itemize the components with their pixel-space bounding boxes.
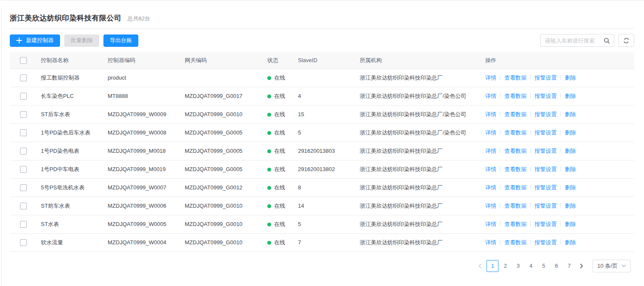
page-title: 浙江美欣达纺织印染科技有限公司 bbox=[10, 13, 122, 23]
online-status-dot bbox=[267, 113, 271, 117]
action-detail[interactable]: 详情 bbox=[485, 74, 496, 81]
table-row: 软水流量 MZDJQAT0999_W0004 MZDJQAT0999_G0010… bbox=[10, 233, 634, 252]
action-detail[interactable]: 详情 bbox=[485, 184, 496, 191]
batch-delete-button[interactable]: 批量删除 bbox=[64, 34, 99, 47]
action-delete[interactable]: 删除 bbox=[565, 166, 576, 172]
row-checkbox[interactable] bbox=[20, 148, 27, 154]
status-text: 在线 bbox=[274, 93, 285, 99]
next-page-button[interactable] bbox=[575, 260, 587, 272]
action-delete[interactable]: 删除 bbox=[565, 148, 576, 154]
row-checkbox[interactable] bbox=[20, 239, 27, 246]
prev-page-button[interactable] bbox=[474, 260, 486, 272]
page-number[interactable]: 3 bbox=[512, 260, 524, 272]
action-detail[interactable]: 详情 bbox=[485, 166, 496, 172]
action-separator bbox=[530, 203, 531, 208]
row-checkbox[interactable] bbox=[20, 166, 27, 173]
cell-gateway-code: MZDJQAT0999_G0005 bbox=[180, 142, 263, 160]
action-delete[interactable]: 删除 bbox=[565, 221, 576, 227]
page-number[interactable]: 7 bbox=[563, 260, 575, 272]
select-all-checkbox[interactable] bbox=[20, 57, 27, 64]
action-alarm-settings[interactable]: 报警设置 bbox=[535, 111, 557, 117]
action-delete[interactable]: 删除 bbox=[565, 129, 576, 136]
cell-actions: 详情查看数据报警设置删除 bbox=[481, 160, 634, 178]
cell-controller-name: 1号PD染色后车水表 bbox=[37, 123, 103, 142]
page-number[interactable]: 4 bbox=[525, 260, 537, 272]
action-alarm-settings[interactable]: 报警设置 bbox=[535, 74, 557, 81]
action-detail[interactable]: 详情 bbox=[485, 148, 496, 154]
cell-gateway-code: MZDJQAT0999_G0010 bbox=[180, 233, 263, 252]
action-alarm-settings[interactable]: 报警设置 bbox=[535, 203, 557, 209]
action-detail[interactable]: 详情 bbox=[485, 129, 496, 136]
cell-controller-name: 软水流量 bbox=[37, 233, 103, 252]
page-top-border bbox=[0, 0, 644, 0]
status-text: 在线 bbox=[274, 166, 285, 172]
action-view-data[interactable]: 查看数据 bbox=[504, 203, 527, 209]
action-detail[interactable]: 详情 bbox=[485, 239, 496, 246]
page-number[interactable]: 5 bbox=[538, 260, 550, 272]
action-view-data[interactable]: 查看数据 bbox=[504, 239, 527, 246]
row-checkbox[interactable] bbox=[20, 74, 27, 81]
action-separator bbox=[561, 112, 561, 117]
action-detail[interactable]: 详情 bbox=[485, 221, 496, 227]
cell-actions: 详情查看数据报警设置删除 bbox=[481, 233, 634, 252]
row-checkbox[interactable] bbox=[20, 203, 27, 209]
action-detail[interactable]: 详情 bbox=[485, 111, 496, 117]
action-alarm-settings[interactable]: 报警设置 bbox=[535, 93, 557, 99]
cell-controller-name: 1号PD中车电表 bbox=[37, 160, 103, 178]
action-view-data[interactable]: 查看数据 bbox=[504, 148, 527, 154]
search-icon[interactable] bbox=[604, 37, 610, 44]
action-alarm-settings[interactable]: 报警设置 bbox=[535, 129, 557, 136]
row-checkbox[interactable] bbox=[20, 221, 27, 228]
action-view-data[interactable]: 查看数据 bbox=[504, 221, 527, 227]
action-view-data[interactable]: 查看数据 bbox=[504, 93, 527, 99]
action-separator bbox=[530, 93, 531, 98]
action-view-data[interactable]: 查看数据 bbox=[504, 166, 527, 172]
action-detail[interactable]: 详情 bbox=[485, 203, 496, 209]
action-alarm-settings[interactable]: 报警设置 bbox=[535, 166, 557, 172]
cell-controller-code: MZDJQAT0999_W0004 bbox=[103, 233, 180, 252]
page-size-select[interactable]: 10 条/页 bbox=[592, 260, 631, 272]
action-view-data[interactable]: 查看数据 bbox=[504, 184, 527, 191]
action-delete[interactable]: 删除 bbox=[565, 111, 576, 117]
search-input[interactable] bbox=[545, 37, 601, 44]
cell-controller-code: MZDJQAT0999_M0018 bbox=[103, 142, 180, 160]
action-detail[interactable]: 详情 bbox=[485, 93, 496, 99]
action-view-data[interactable]: 查看数据 bbox=[504, 129, 527, 136]
cell-slave-id: 7 bbox=[294, 233, 355, 252]
status-text: 在线 bbox=[274, 129, 285, 136]
cell-gateway-code: MZDJQAT0999_G0005 bbox=[180, 123, 263, 142]
page-number[interactable]: 6 bbox=[550, 260, 562, 272]
row-checkbox[interactable] bbox=[20, 111, 27, 118]
action-delete[interactable]: 删除 bbox=[565, 93, 576, 99]
cell-org: 浙江美欣达纺织印染科技印染总厂/染色公司 bbox=[355, 87, 481, 105]
controller-management-page: 浙江美欣达纺织印染科技有限公司 总共62台 新建控制器 批量删除 导出台账 bbox=[0, 0, 644, 272]
row-checkbox[interactable] bbox=[20, 129, 27, 136]
action-alarm-settings[interactable]: 报警设置 bbox=[535, 148, 557, 154]
table-row: 1号PD染色后车水表 MZDJQAT0999_W0008 MZDJQAT0999… bbox=[10, 123, 634, 142]
action-alarm-settings[interactable]: 报警设置 bbox=[535, 221, 557, 227]
action-view-data[interactable]: 查看数据 bbox=[504, 74, 527, 81]
action-delete[interactable]: 删除 bbox=[565, 203, 576, 209]
action-alarm-settings[interactable]: 报警设置 bbox=[535, 184, 557, 191]
status-text: 在线 bbox=[274, 111, 285, 117]
action-delete[interactable]: 删除 bbox=[565, 74, 576, 81]
cell-gateway-code: MZDJQAT0999_G0010 bbox=[180, 105, 263, 123]
export-ledger-button[interactable]: 导出台账 bbox=[103, 34, 138, 47]
new-controller-button[interactable]: 新建控制器 bbox=[10, 34, 60, 47]
action-alarm-settings[interactable]: 报警设置 bbox=[535, 239, 557, 246]
action-view-data[interactable]: 查看数据 bbox=[504, 111, 527, 117]
cell-org: 浙江美欣达纺织印染科技印染总厂 bbox=[355, 142, 481, 160]
cell-controller-code: MT8888 bbox=[103, 87, 180, 105]
row-checkbox[interactable] bbox=[20, 184, 27, 191]
action-delete[interactable]: 删除 bbox=[565, 239, 576, 246]
sidebar-edge-divider bbox=[1, 8, 2, 286]
cell-slave-id: 291620013803 bbox=[294, 142, 355, 160]
page-number[interactable]: 1 bbox=[487, 260, 498, 272]
refresh-button[interactable] bbox=[618, 34, 634, 47]
column-header-controller-name: 控制器名称 bbox=[37, 52, 103, 69]
action-delete[interactable]: 删除 bbox=[565, 184, 576, 191]
row-checkbox[interactable] bbox=[20, 93, 27, 100]
action-separator bbox=[530, 240, 531, 245]
action-separator bbox=[530, 130, 531, 135]
page-number[interactable]: 2 bbox=[499, 260, 511, 272]
